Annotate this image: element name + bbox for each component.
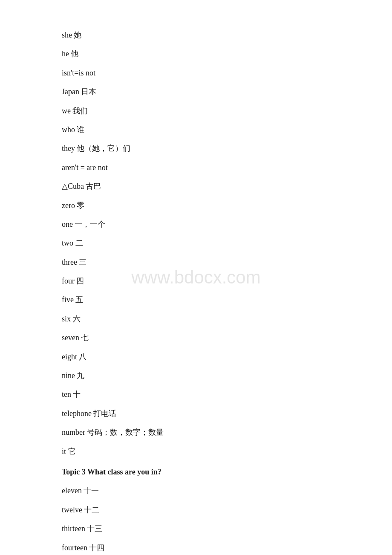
vocab-item: Japan 日本: [62, 82, 330, 101]
vocab-item: aren't = are not: [62, 158, 330, 177]
vocab-item: five 五: [62, 290, 330, 309]
vocab-item: they 他（她，它）们: [62, 139, 330, 158]
vocab-item: four 四: [62, 272, 330, 290]
vocab-item: eleven 十一: [62, 481, 330, 500]
vocab-item: eight 八: [62, 347, 330, 366]
vocab-item: telephone 打电话: [62, 404, 330, 423]
vocab-item: she 她: [62, 26, 330, 44]
vocab-item: twelve 十二: [62, 500, 330, 519]
vocab-item: who 谁: [62, 120, 330, 139]
vocabulary-list: she 她he 他isn't=is notJapan 日本we 我们who 谁t…: [62, 26, 330, 555]
vocab-item: Topic 3 What class are you in?: [62, 462, 330, 481]
vocab-item: zero 零: [62, 196, 330, 215]
vocab-item: it 它: [62, 442, 330, 461]
vocab-item: he 他: [62, 44, 330, 63]
vocab-item: fourteen 十四: [62, 538, 330, 555]
vocab-item: we 我们: [62, 101, 330, 120]
vocab-item: nine 九: [62, 366, 330, 385]
vocab-item: △Cuba 古巴: [62, 177, 330, 196]
vocab-item: one 一，一个: [62, 215, 330, 234]
vocab-item: seven 七: [62, 328, 330, 347]
vocab-item: number 号码；数，数字；数量: [62, 423, 330, 442]
vocab-item: six 六: [62, 309, 330, 328]
vocab-item: two 二: [62, 234, 330, 252]
vocab-item: thirteen 十三: [62, 519, 330, 538]
vocab-item: three 三: [62, 253, 330, 272]
vocab-item: ten 十: [62, 385, 330, 404]
vocab-item: isn't=is not: [62, 64, 330, 82]
